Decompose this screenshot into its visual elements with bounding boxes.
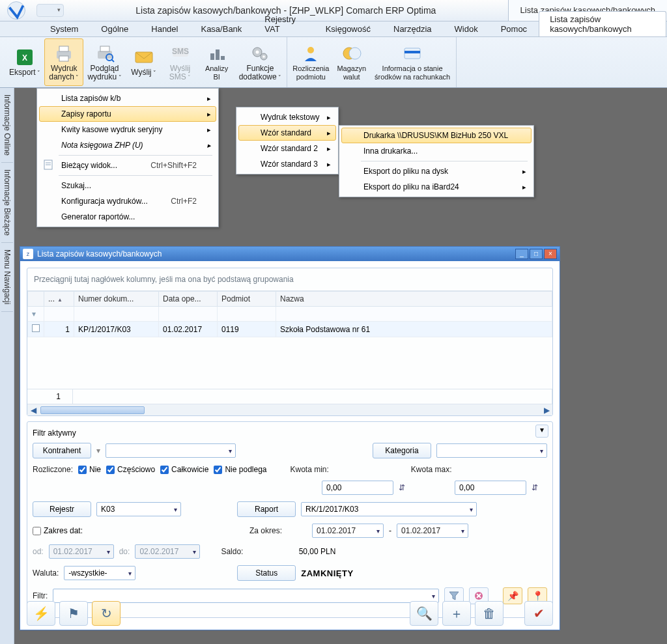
menu-lista-zapisow[interactable]: Lista zapisów k/b xyxy=(39,91,216,106)
col-podmiot[interactable]: Podmiot xyxy=(218,292,276,307)
sidebar-tab-menu-nawigacji[interactable]: Menu Nawigacji xyxy=(1,243,13,312)
kontrahent-combo[interactable] xyxy=(106,443,236,458)
col-numer-dokum[interactable]: Numer dokum... xyxy=(74,292,159,307)
ribbon-wyslij-sms-button[interactable]: SMS Wyślij SMS xyxy=(162,38,199,86)
ribbon-wydruk-danych-button[interactable]: Wydruk danych xyxy=(44,38,83,86)
menu-wydruk-tekstowy[interactable]: Wydruk tekstowy xyxy=(238,109,336,125)
kontrahent-button[interactable]: Kontrahent xyxy=(33,443,91,458)
check-calkowicie[interactable]: Całkowicie xyxy=(160,465,208,474)
zaokres-from-input[interactable]: 01.02.2017 xyxy=(312,524,384,538)
waluta-label: Waluta: xyxy=(33,568,59,578)
bottom-action-bar: ⚡ ⚑ ↻ 🔍 ＋ 🗑 ✔ xyxy=(27,601,553,626)
menu-eksport-dysk[interactable]: Eksport do pliku na dysk xyxy=(341,163,532,179)
check-niepodlega[interactable]: Nie podlega xyxy=(214,465,266,474)
tab-kasabank[interactable]: Kasa/Bank xyxy=(190,21,253,36)
ribbon-rozliczenia-podmiotu-button[interactable]: Rozliczenia podmiotu xyxy=(289,38,333,86)
grid-filter-row[interactable]: ▾ xyxy=(28,307,552,322)
status-button[interactable]: Status xyxy=(237,565,296,581)
grid-horizontal-scrollbar[interactable]: ◀ ▶ xyxy=(27,404,552,415)
child-close-button[interactable]: × xyxy=(544,249,557,259)
raport-combo[interactable]: RK/1/2017/K03 xyxy=(301,502,477,516)
tab-rejestryvat[interactable]: Rejestry VAT xyxy=(253,11,313,36)
kwota-min-input[interactable]: 0,00 xyxy=(322,481,393,495)
ribbon-eksport-button[interactable]: X Eksport xyxy=(5,38,44,86)
scroll-right-arrow[interactable]: ▶ xyxy=(541,405,552,415)
od-date-input[interactable]: 01.02.2017 xyxy=(49,544,114,559)
cell-index: 1 xyxy=(44,322,74,337)
svg-rect-4 xyxy=(59,46,68,51)
action-plus-button[interactable]: ＋ xyxy=(442,601,471,626)
check-nie[interactable]: Nie xyxy=(78,465,101,474)
menu-separator xyxy=(59,155,212,156)
menu-generator-raportow[interactable]: Generator raportów... xyxy=(39,209,216,225)
svg-point-14 xyxy=(256,50,259,53)
ribbon-magazyn-walut-button[interactable]: Magazyn walut xyxy=(333,38,370,86)
child-window-titlebar[interactable]: z Lista zapisów kasowych/bankowych _ □ × xyxy=(20,247,560,261)
action-trash-button[interactable]: 🗑 xyxy=(475,601,504,626)
saldo-value: 50,00 PLN xyxy=(248,547,339,556)
menu-konfig-wydrukow[interactable]: Konfiguracja wydruków...Ctrl+F2 xyxy=(39,193,216,209)
action-flag-button[interactable]: ⚑ xyxy=(59,601,88,626)
tab-handel[interactable]: Handel xyxy=(140,21,189,36)
do-date-input[interactable]: 02.02.2017 xyxy=(135,544,200,559)
records-grid[interactable]: ... Numer dokum... Data ope... Podmiot N… xyxy=(27,291,552,337)
table-row[interactable]: 1 KP/1/2017/K03 01.02.2017 0119 Szkoła P… xyxy=(28,322,552,337)
menu-wzor-standard-3[interactable]: Wzór standard 3 xyxy=(238,156,336,172)
grid-group-hint[interactable]: Przeciągnij tutaj nagłówek kolumny, jeśl… xyxy=(27,268,552,291)
filter-funnel-icon[interactable]: ▾ xyxy=(32,309,36,318)
col-nazwa[interactable]: Nazwa xyxy=(276,292,552,307)
raport-button[interactable]: Raport xyxy=(237,501,296,517)
quick-access-toolbar[interactable] xyxy=(36,4,64,17)
sidebar-tab-info-biezace[interactable]: Informacje Bieżące xyxy=(1,163,13,243)
col-index[interactable]: ... xyxy=(44,292,74,307)
tab-system[interactable]: System xyxy=(39,21,89,36)
tab-context-lista[interactable]: Lista zapisów kasowych/bankowych xyxy=(539,11,666,36)
menu-drukarka-default[interactable]: Drukarka \\DRUSUS\KM BizHub 250 VXL xyxy=(341,128,532,143)
row-checkbox[interactable] xyxy=(32,324,40,332)
menu-szukaj[interactable]: Szukaj... xyxy=(39,178,216,193)
action-refresh-button[interactable]: ↻ xyxy=(92,601,121,626)
col-data-ope[interactable]: Data ope... xyxy=(159,292,218,307)
action-close-button[interactable]: ✔ xyxy=(524,601,553,626)
zakresdat-check[interactable]: Zakres dat: xyxy=(33,526,83,535)
ribbon-informacja-rachunki-button[interactable]: Informacja o stanie środków na rachunkac… xyxy=(370,38,455,86)
ribbon-wyslij-button[interactable]: Wyślij xyxy=(126,38,162,86)
action-thunder-button[interactable]: ⚡ xyxy=(27,601,55,626)
menu-inna-drukarka[interactable]: Inna drukarka... xyxy=(341,143,532,159)
zaokres-label: Za okres: xyxy=(249,526,282,535)
check-czesciowo[interactable]: Częściowo xyxy=(106,465,155,474)
scroll-left-arrow[interactable]: ◀ xyxy=(27,405,39,415)
kwota-max-input[interactable]: 0,00 xyxy=(455,481,526,495)
rejestr-button[interactable]: Rejestr xyxy=(33,501,91,517)
kwota-min-label: Kwota min: xyxy=(291,465,329,474)
scroll-thumb[interactable] xyxy=(40,406,145,414)
menu-biezacy-widok[interactable]: Bieżący widok...Ctrl+Shift+F2 xyxy=(39,158,216,173)
kategoria-button[interactable]: Kategoria xyxy=(373,443,431,458)
submenu-wzor-standard: Drukarka \\DRUSUS\KM BizHub 250 VXL Inna… xyxy=(339,125,534,197)
kategoria-combo[interactable] xyxy=(436,443,547,458)
col-marker[interactable] xyxy=(28,292,44,307)
tab-narzedzia[interactable]: Narzędzia xyxy=(382,21,443,36)
rejestr-combo[interactable]: K03 xyxy=(96,502,181,516)
sidebar-tab-info-online[interactable]: Informacje Online xyxy=(1,88,13,163)
tab-ksiegowosc[interactable]: Księgowość xyxy=(315,21,382,36)
ribbon-analizy-bi-button[interactable]: Analizy BI xyxy=(199,38,235,86)
action-magnify-button[interactable]: 🔍 xyxy=(410,601,438,626)
ribbon: X Eksport Wydruk danych Podgląd wydruku … xyxy=(0,37,667,88)
menu-nota-ksiegowa[interactable]: Nota księgowa ZHP (U) xyxy=(39,137,216,153)
menu-eksport-ibard24[interactable]: Eksport do pliku na iBard24 xyxy=(341,179,532,195)
menu-kwity-kasowe[interactable]: Kwity kasowe wydruk seryjny xyxy=(39,122,216,137)
ribbon-funkcje-dodatkowe-button[interactable]: Funkcje dodatkowe xyxy=(235,38,286,86)
menu-zapisy-raportu[interactable]: Zapisy raportu xyxy=(39,106,216,122)
menu-wzor-standard[interactable]: Wzór standard xyxy=(238,125,336,141)
waluta-combo[interactable]: -wszystkie- xyxy=(64,566,135,580)
tab-widok[interactable]: Widok xyxy=(444,21,489,36)
child-minimize-button[interactable]: _ xyxy=(515,249,528,259)
child-maximize-button[interactable]: □ xyxy=(530,249,543,259)
tab-ogolne[interactable]: Ogólne xyxy=(90,21,139,36)
menu-wzor-standard-2[interactable]: Wzór standard 2 xyxy=(238,141,336,156)
zaokres-to-input[interactable]: 01.02.2017 xyxy=(397,524,468,538)
tab-pomoc[interactable]: Pomoc xyxy=(490,21,538,36)
ribbon-podglad-wydruku-button[interactable]: Podgląd wydruku xyxy=(83,38,125,86)
filter-collapse-button[interactable]: ▾ xyxy=(535,425,548,438)
